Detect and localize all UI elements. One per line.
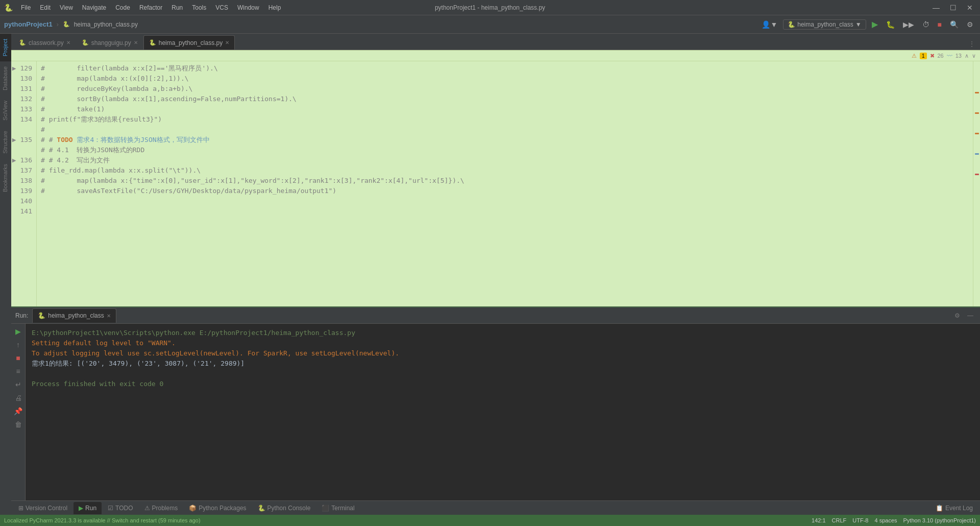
code-line-136: # # TODO 需求4：将数据转换为JSON格式，写到文件中 <box>41 135 969 145</box>
tab-run[interactable]: ▶ Run <box>74 502 102 514</box>
line-number <box>11 125 32 135</box>
run-minimize-icon[interactable]: — <box>965 311 976 320</box>
code-editor[interactable]: ▶ 129 130 131 132 133 134 ▶ 135 ▶ 136 13… <box>11 61 980 306</box>
console-line-cmd: E:\pythonProject1\venv\Scripts\python.ex… <box>32 328 974 338</box>
menu-refactor[interactable]: Refactor <box>135 3 166 12</box>
error-count[interactable]: 26 <box>938 53 944 59</box>
profile-button[interactable]: ⏱ <box>920 19 932 30</box>
warning-icon: ⚠ <box>912 53 917 59</box>
line-count[interactable]: 13 <box>955 53 962 59</box>
tab-event-log[interactable]: 📋 Event Log <box>930 502 978 514</box>
menu-window[interactable]: Window <box>233 3 263 12</box>
status-python-version[interactable]: Python 3.10 (pythonProject1) <box>903 517 976 523</box>
tab-version-control[interactable]: ⊞ Version Control <box>13 502 72 514</box>
close-button[interactable]: ✕ <box>964 3 976 13</box>
error-info: ⚠ 1 ✖ 26 〰 13 ∧ ∨ <box>912 53 976 59</box>
run-list-button[interactable]: ≡ <box>14 366 21 377</box>
menu-edit[interactable]: Edit <box>36 3 55 12</box>
terminal-label: Terminal <box>331 505 354 512</box>
run-with-coverage-button[interactable]: ▶▶ <box>900 19 917 30</box>
settings-button[interactable]: ⚙ <box>964 19 976 30</box>
left-panel-tabs: Project Database SciView Structure Bookm… <box>0 34 11 515</box>
problems-icon: ⚠ <box>144 505 150 512</box>
python-packages-label: Python Packages <box>199 505 246 512</box>
menu-file[interactable]: File <box>17 3 35 12</box>
bottom-tabs: ⊞ Version Control ▶ Run ☑ TODO ⚠ Problem… <box>11 500 980 515</box>
scroll-indicators <box>973 61 980 306</box>
avatar-button[interactable]: 👤▼ <box>759 19 780 30</box>
run-stop-button[interactable]: ■ <box>14 352 21 364</box>
run-softwrap-button[interactable]: ↵ <box>14 379 23 390</box>
tab-todo[interactable]: ☑ TODO <box>103 502 138 514</box>
run-tab-close-button[interactable]: ✕ <box>107 313 111 319</box>
run-settings-icon[interactable]: ⚙ <box>952 311 963 320</box>
tab-python-packages[interactable]: 📦 Python Packages <box>184 502 251 514</box>
maximize-button[interactable]: ☐ <box>947 3 960 13</box>
scroll-up-icon[interactable]: ∧ <box>965 53 969 59</box>
run-button[interactable]: ▶ <box>869 18 880 31</box>
menu-view[interactable]: View <box>56 3 77 12</box>
menu-tools[interactable]: Tools <box>188 3 210 12</box>
tab-python-console[interactable]: 🐍 Python Console <box>253 502 316 514</box>
status-update[interactable]: Localized PyCharm 2021.3.3 is available … <box>4 517 201 523</box>
status-encoding[interactable]: UTF-8 <box>852 517 868 523</box>
code-line-130: # map(lambda x:(x[0][:2],1)).\ <box>41 74 969 84</box>
minimize-button[interactable]: — <box>929 3 943 13</box>
sidebar-item-sciview[interactable]: SciView <box>0 95 11 126</box>
tab-problems[interactable]: ⚠ Problems <box>139 502 183 514</box>
python-console-icon: 🐍 <box>258 505 265 512</box>
menu-vcs[interactable]: VCS <box>211 3 232 12</box>
app-icon: 🐍 <box>4 4 13 12</box>
menu-help[interactable]: Help <box>264 3 285 12</box>
tab-terminal[interactable]: ⬛ Terminal <box>316 502 359 514</box>
code-line-141: # saveAsTextFile("C:/Users/GYH/Desktop/d… <box>41 186 969 196</box>
tab-label-classwork: classwork.py <box>29 39 64 46</box>
status-indent[interactable]: 4 spaces <box>874 517 897 523</box>
debug-button[interactable]: 🐛 <box>884 19 897 30</box>
tab-icon-shangguigu: 🐍 <box>82 39 89 46</box>
tab-close-classwork[interactable]: ✕ <box>66 40 70 45</box>
tab-more-button[interactable]: ⋮ <box>966 38 978 50</box>
menu-run[interactable]: Run <box>167 3 187 12</box>
run-play-button[interactable]: ▶ <box>14 326 22 337</box>
tab-close-heima[interactable]: ✕ <box>225 40 229 45</box>
code-content[interactable]: # filter(lambda x:x[2]=='黑马程序员').\ # map… <box>37 61 973 306</box>
scroll-down-icon[interactable]: ∨ <box>972 53 976 59</box>
code-line-131: # reduceByKey(lambda a,b:a+b).\ <box>41 84 969 94</box>
run-tab-label: Run <box>85 505 96 512</box>
scroll-indicator-warn <box>975 92 979 93</box>
status-right: 142:1 CRLF UTF-8 4 spaces Python 3.10 (p… <box>812 517 976 523</box>
version-control-label: Version Control <box>26 505 67 512</box>
run-trash-button[interactable]: 🗑 <box>13 419 23 430</box>
code-line-133: # take(1) <box>41 104 969 114</box>
project-name[interactable]: pythonProject1 <box>4 20 53 28</box>
menu-code[interactable]: Code <box>111 3 134 12</box>
todo-icon: ☑ <box>108 505 113 512</box>
run-tab-heima[interactable]: 🐍 heima_python_class ✕ <box>32 308 116 323</box>
run-config-selector[interactable]: 🐍 heima_python_class ▼ <box>783 19 866 30</box>
tab-close-shangguigu[interactable]: ✕ <box>134 40 138 45</box>
menu-navigate[interactable]: Navigate <box>78 3 110 12</box>
run-print-button[interactable]: 🖨 <box>13 392 23 403</box>
status-crlf[interactable]: CRLF <box>832 517 847 523</box>
sidebar-item-database[interactable]: Database <box>0 61 11 95</box>
tab-heima[interactable]: 🐍 heima_python_class.py ✕ <box>143 35 235 50</box>
tab-shangguigu[interactable]: 🐍 shangguigu.py ✕ <box>76 35 143 50</box>
warning-count[interactable]: 1 <box>920 53 927 59</box>
line-number: 132 <box>11 94 32 104</box>
search-button[interactable]: 🔍 <box>947 19 961 30</box>
run-pin-button[interactable]: 📌 <box>12 405 24 417</box>
stop-button[interactable]: ■ <box>935 19 944 30</box>
tab-classwork[interactable]: 🐍 classwork.py ✕ <box>13 35 76 50</box>
line-number: 133 <box>11 104 32 114</box>
sidebar-item-bookmarks[interactable]: Bookmarks <box>0 159 11 197</box>
status-position[interactable]: 142:1 <box>812 517 826 523</box>
sidebar-item-structure[interactable]: Structure <box>0 126 11 159</box>
problems-label: Problems <box>152 505 178 512</box>
run-config-name: heima_python_class <box>797 21 853 28</box>
run-rerun-up-button[interactable]: ↑ <box>15 339 21 350</box>
run-panel-body: ▶ ↑ ■ ≡ ↵ 🖨 📌 🗑 E:\pythonProject1\venv\S… <box>11 324 980 500</box>
line-number: ▶ 136 <box>11 155 32 165</box>
breadcrumb-separator: › <box>57 21 59 28</box>
sidebar-item-project[interactable]: Project <box>0 34 11 61</box>
